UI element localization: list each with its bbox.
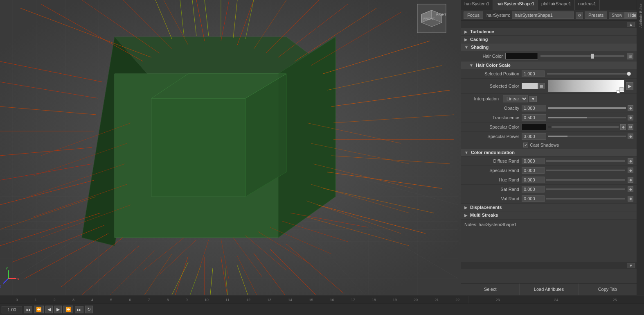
hair-color-slider[interactable] (540, 55, 624, 57)
scroll-down-btn[interactable]: ▼ (627, 263, 635, 268)
selected-position-label: Selected Position (464, 71, 522, 76)
specular-power-reset[interactable]: ◆ (628, 134, 633, 139)
skip-start-btn[interactable]: ⏮ (24, 306, 32, 313)
diffuse-rand-label: Diffuse Rand (464, 159, 522, 163)
translucence-reset[interactable]: ◆ (628, 115, 633, 120)
turbulence-title: Turbulence (470, 29, 494, 34)
loop-btn[interactable]: ↻ (85, 306, 93, 313)
ruler-tick-8: 8 (167, 298, 169, 302)
gradient-right-btn[interactable]: ▶ (626, 82, 633, 90)
section-turbulence[interactable]: ▶ Turbulence (461, 28, 637, 36)
specular-power-label: Specular Power (464, 134, 522, 139)
viewport-3d[interactable]: FRONT RIGHT X Y Z (0, 0, 461, 295)
specular-color-swatch[interactable] (522, 124, 546, 130)
ruler-tick-10: 10 (205, 298, 209, 302)
interp-expand-btn[interactable]: ▼ (529, 96, 537, 102)
ruler-tick-15: 15 (309, 298, 313, 302)
multi-streaks-arrow: ▶ (464, 213, 468, 218)
specular-rand-slider[interactable] (546, 170, 625, 171)
load-attributes-button[interactable]: Load Attributes (520, 283, 578, 295)
hue-rand-slider[interactable] (546, 179, 625, 181)
step-back-btn[interactable]: ⏪ (34, 306, 44, 313)
ruler-tick-12: 12 (246, 298, 250, 302)
focus-button[interactable]: Focus (464, 11, 483, 19)
turbulence-arrow: ▶ (464, 29, 468, 34)
sat-rand-reset[interactable]: ◆ (628, 186, 633, 192)
section-shading[interactable]: ▼ Shading (461, 43, 637, 51)
shading-title: Shading (471, 45, 489, 50)
hair-color-row: Hair Color ⊞ (461, 51, 637, 61)
section-displacements[interactable]: ▶ Displacements (461, 204, 637, 211)
tab-pfx-hair-shape1[interactable]: pfxHairShape1 (538, 0, 575, 10)
selected-color-swatch[interactable] (522, 83, 538, 89)
svg-text:FRONT: FRONT (423, 17, 435, 20)
specular-power-slider[interactable] (548, 136, 626, 137)
cast-shadows-checkbox[interactable]: ✓ (523, 143, 528, 147)
hair-color-icon[interactable]: ⊞ (627, 53, 633, 59)
selected-position-input[interactable] (522, 70, 545, 77)
val-rand-reset[interactable]: ◆ (628, 196, 633, 202)
svg-text:RIGHT: RIGHT (436, 13, 446, 16)
ruler-tick-13: 13 (267, 298, 271, 302)
opacity-input[interactable] (522, 105, 546, 111)
hair-color-scale-arrow: ▼ (469, 63, 473, 68)
diffuse-rand-reset[interactable]: ◆ (628, 158, 633, 164)
play-fwd-btn[interactable]: ▶ (54, 306, 62, 313)
specular-power-input[interactable] (522, 133, 546, 140)
skip-end-btn[interactable]: ⏭ (75, 306, 83, 313)
show-button[interactable]: Show (609, 12, 625, 19)
val-rand-slider[interactable] (546, 198, 625, 199)
specular-color-slider[interactable] (548, 126, 619, 128)
hue-rand-row: Hue Rand ◆ (461, 175, 637, 185)
ruler-tick-0: 0 (16, 298, 18, 302)
ruler-tick-6: 6 (129, 298, 131, 302)
hair-color-swatch[interactable] (505, 53, 538, 59)
diffuse-rand-slider[interactable] (546, 160, 625, 162)
hue-rand-reset[interactable]: ◆ (628, 177, 633, 183)
selected-position-row: Selected Position (461, 69, 637, 79)
ruler-tick-4: 4 (91, 298, 93, 302)
sat-rand-input[interactable] (522, 186, 545, 193)
timeline-frame-input[interactable] (2, 306, 22, 313)
hue-rand-input[interactable] (522, 177, 545, 183)
copy-tab-button[interactable]: Copy Tab (579, 283, 637, 295)
select-button[interactable]: Select (461, 283, 520, 295)
selected-color-btn[interactable]: ▦ (538, 83, 545, 89)
section-multi-streaks[interactable]: ▶ Multi Streaks (461, 211, 637, 219)
diffuse-rand-input[interactable] (522, 158, 545, 164)
side-strip: Attribute Editor (637, 0, 644, 295)
viewport-scene: FRONT RIGHT X Y Z (0, 0, 461, 295)
panel-scroll-area[interactable]: ▲ ▶ Turbulence ▶ Caching ▼ Shading (461, 21, 637, 283)
interpolation-select[interactable]: Linear (503, 95, 528, 102)
svg-text:Y: Y (6, 267, 8, 270)
opacity-slider[interactable] (548, 107, 626, 109)
section-color-rand[interactable]: ▼ Color randomization (461, 149, 637, 156)
translucence-slider[interactable] (548, 117, 626, 118)
translucence-input[interactable] (522, 114, 546, 121)
tab-hair-system1[interactable]: hairSystem1 (461, 0, 493, 10)
opacity-reset[interactable]: ◆ (628, 105, 633, 111)
sat-rand-row: Sat Rand ◆ (461, 185, 637, 194)
selected-position-slider[interactable] (547, 71, 631, 76)
step-fwd-btn[interactable]: ⏩ (63, 306, 73, 313)
specular-rand-reset[interactable]: ◆ (628, 168, 633, 173)
section-hair-color-scale[interactable]: ▼ Hair Color Scale (461, 61, 637, 69)
refresh-btn[interactable]: ↺ (576, 12, 583, 19)
tab-hair-system-shape1[interactable]: hairSystemShape1 (493, 0, 538, 10)
presets-button[interactable]: Presets (585, 11, 607, 19)
hair-system-input[interactable] (512, 11, 574, 19)
specular-color-reset[interactable]: ◆ (620, 124, 626, 130)
opacity-row: Opacity ◆ (461, 104, 637, 113)
play-back-btn[interactable]: ◀ (45, 306, 53, 313)
section-caching[interactable]: ▶ Caching (461, 36, 637, 43)
sat-rand-slider[interactable] (546, 188, 625, 190)
hue-rand-label: Hue Rand (464, 177, 522, 182)
tab-nucleus1[interactable]: nucleus1 (575, 0, 600, 10)
side-strip-label: Attribute Editor (639, 2, 643, 29)
scroll-up-btn[interactable]: ▲ (627, 22, 635, 27)
specular-rand-input[interactable] (522, 167, 545, 174)
specular-color-btn[interactable]: ⊞ (628, 124, 633, 130)
val-rand-input[interactable] (522, 195, 545, 202)
interpolation-label: Interpolation (464, 96, 501, 101)
hair-color-label: Hair Color (464, 54, 505, 59)
